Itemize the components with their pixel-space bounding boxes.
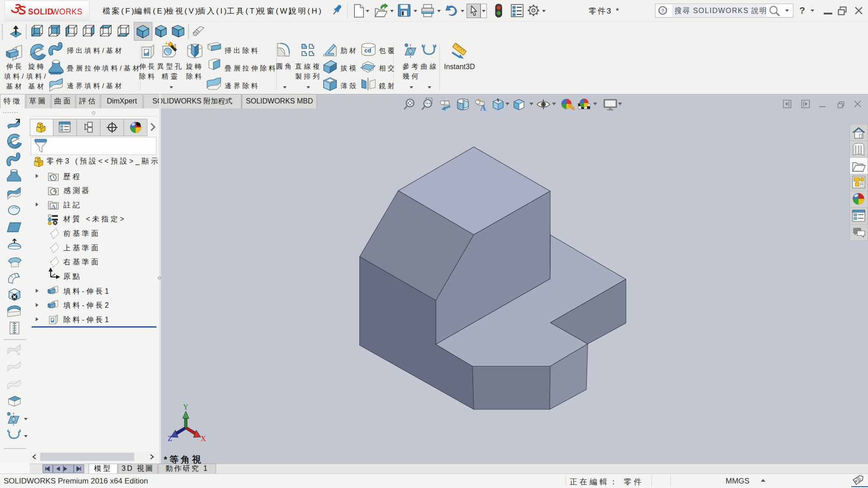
svg-text:?: ? bbox=[661, 7, 664, 14]
svg-text:cd: cd bbox=[364, 47, 371, 54]
svg-text:WORKS: WORKS bbox=[52, 7, 83, 16]
svg-text:A: A bbox=[480, 103, 486, 112]
svg-text:Z: Z bbox=[168, 435, 172, 442]
svg-text:A: A bbox=[51, 203, 56, 210]
svg-text:SOLID: SOLID bbox=[28, 7, 53, 16]
svg-text:X: X bbox=[201, 435, 206, 442]
svg-text:Y: Y bbox=[183, 403, 189, 411]
